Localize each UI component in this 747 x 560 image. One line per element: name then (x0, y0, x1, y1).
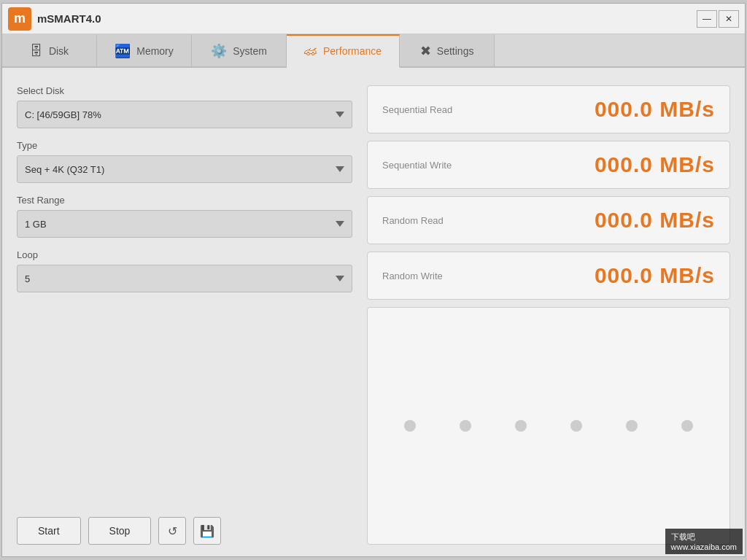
loop-dropdown[interactable]: 5 3 1 (17, 265, 352, 292)
watermark-line2: www.xiazaiba.com (671, 542, 737, 551)
metric-seq-read: Sequential Read 000.0 MB/s (367, 85, 730, 133)
dot-3 (515, 420, 527, 432)
save-button[interactable]: 💾 (193, 517, 221, 545)
tab-bar: 🗄 Disk 🏧 Memory ⚙️ System 🏎 Performance … (2, 34, 745, 68)
watermark: 下载吧 www.xiazaiba.com (665, 529, 743, 554)
type-label: Type (17, 140, 352, 151)
app-logo: m (8, 7, 31, 31)
type-group: Type Seq + 4K (Q32 T1) (17, 140, 352, 183)
content-area: Select Disk C: [46/59GB] 78% Type Seq + … (2, 68, 745, 556)
app-title: mSMART4.0 (37, 12, 697, 25)
refresh-button[interactable]: ↺ (158, 517, 186, 545)
stop-button[interactable]: Stop (88, 517, 152, 545)
seq-read-value: 000.0 MB/s (595, 97, 715, 122)
tab-memory[interactable]: 🏧 Memory (97, 34, 192, 66)
seq-read-label: Sequential Read (382, 104, 452, 115)
tab-performance-label: Performance (323, 45, 382, 57)
refresh-icon: ↺ (168, 524, 177, 538)
dot-1 (404, 420, 416, 432)
loop-label: Loop (17, 249, 352, 260)
minimize-button[interactable]: — (697, 10, 717, 28)
rand-read-value: 000.0 MB/s (595, 208, 715, 233)
seq-write-label: Sequential Write (382, 160, 452, 171)
save-icon: 💾 (200, 524, 214, 538)
loop-group: Loop 5 3 1 (17, 249, 352, 292)
start-button[interactable]: Start (17, 517, 81, 545)
seq-write-value: 000.0 MB/s (595, 152, 715, 177)
dots-area (367, 307, 730, 545)
dot-2 (460, 420, 471, 432)
tab-disk-label: Disk (49, 45, 69, 57)
test-range-label: Test Range (17, 195, 352, 206)
settings-icon: ✖ (420, 43, 431, 59)
dot-4 (570, 420, 582, 432)
type-dropdown[interactable]: Seq + 4K (Q32 T1) (17, 155, 352, 183)
tab-performance[interactable]: 🏎 Performance (287, 34, 400, 68)
right-panel: Sequential Read 000.0 MB/s Sequential Wr… (367, 85, 730, 545)
select-disk-group: Select Disk C: [46/59GB] 78% (17, 85, 352, 128)
test-range-dropdown[interactable]: 1 GB 2 GB 4 GB (17, 210, 352, 238)
left-panel: Select Disk C: [46/59GB] 78% Type Seq + … (17, 85, 352, 545)
title-bar: m mSMART4.0 — ✕ (2, 4, 745, 34)
main-window: m mSMART4.0 — ✕ 🗄 Disk 🏧 Memory ⚙️ Syste… (1, 3, 746, 557)
rand-read-label: Random Read (382, 215, 444, 226)
disk-icon: 🗄 (30, 44, 43, 59)
dot-6 (681, 420, 693, 432)
action-controls: Start Stop ↺ 💾 (17, 511, 352, 545)
tab-disk[interactable]: 🗄 Disk (2, 34, 97, 66)
memory-icon: 🏧 (115, 43, 131, 59)
tab-system-label: System (233, 45, 267, 57)
watermark-line1: 下载吧 (671, 532, 737, 542)
tab-memory-label: Memory (136, 45, 174, 57)
performance-icon: 🏎 (304, 44, 317, 59)
rand-write-label: Random Write (382, 271, 443, 281)
tab-system[interactable]: ⚙️ System (192, 34, 287, 66)
metric-rand-write: Random Write 000.0 MB/s (367, 252, 730, 300)
select-disk-label: Select Disk (17, 85, 352, 96)
rand-write-value: 000.0 MB/s (595, 263, 715, 288)
window-controls: — ✕ (697, 10, 739, 28)
dot-5 (626, 420, 638, 432)
metric-seq-write: Sequential Write 000.0 MB/s (367, 141, 730, 189)
close-button[interactable]: ✕ (719, 10, 739, 28)
tab-settings[interactable]: ✖ Settings (400, 34, 495, 66)
tab-settings-label: Settings (437, 45, 474, 57)
system-icon: ⚙️ (211, 43, 227, 59)
test-range-group: Test Range 1 GB 2 GB 4 GB (17, 195, 352, 238)
select-disk-dropdown[interactable]: C: [46/59GB] 78% (17, 101, 352, 128)
metric-rand-read: Random Read 000.0 MB/s (367, 196, 730, 244)
